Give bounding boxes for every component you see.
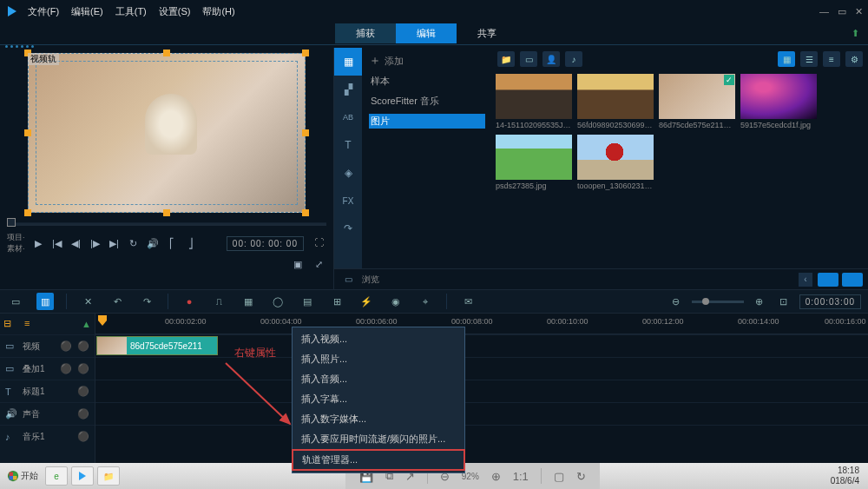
mute-icon[interactable]: ⚫ — [77, 431, 89, 442]
ctx-insert-video[interactable]: 插入视频... — [293, 329, 464, 349]
filter-audio-icon[interactable]: ♪ — [565, 51, 582, 67]
preview-timecode[interactable]: 00: 00: 00: 00 — [227, 236, 304, 251]
track-video[interactable]: 86d75cde575e211 — [95, 334, 868, 357]
motion-icon[interactable]: ◯ — [269, 293, 286, 310]
cloud-icon[interactable]: ⬆ — [852, 28, 859, 39]
resize-handle[interactable] — [163, 50, 170, 56]
zoom-out-icon[interactable]: ⊖ — [667, 293, 685, 310]
subtitle-icon[interactable]: ▤ — [299, 293, 316, 310]
resize-handle[interactable] — [163, 209, 170, 216]
end-button[interactable]: ▶| — [107, 235, 122, 251]
taskbar-ie-icon[interactable]: e — [45, 466, 68, 486]
visibility-icon[interactable]: ⚫ — [77, 363, 89, 374]
ctx-insert-audio[interactable]: 插入音频... — [293, 369, 464, 389]
menu-edit[interactable]: 编辑(E) — [71, 5, 103, 18]
fit-icon[interactable]: ⊡ — [775, 293, 792, 310]
rotate-left-icon[interactable]: ▢ — [554, 470, 564, 483]
menu-help[interactable]: 帮助(H) — [202, 5, 234, 18]
zoom-slider[interactable] — [692, 301, 744, 303]
view-toggle-b[interactable] — [842, 273, 863, 287]
restore-button[interactable]: ▭ — [838, 6, 846, 17]
fullscreen-icon[interactable]: ⤢ — [311, 256, 326, 272]
view-thumb-icon[interactable]: ▦ — [778, 51, 795, 67]
tab-edit[interactable]: 编辑 — [396, 23, 457, 43]
speed-icon[interactable]: ⚡ — [358, 293, 375, 310]
snapshot-icon[interactable]: ▣ — [290, 256, 306, 272]
tools-icon[interactable]: ✕ — [79, 293, 96, 310]
view-list-icon[interactable]: ☰ — [800, 51, 818, 67]
scope-clip[interactable]: 素材· — [7, 243, 25, 254]
actual-size-icon[interactable]: 1:1 — [513, 470, 529, 483]
timeline-timecode[interactable]: 0:00:03:00 — [799, 294, 861, 309]
undo-icon[interactable]: ↶ — [108, 293, 126, 310]
path-tab-icon[interactable]: ↷ — [334, 215, 362, 242]
graphic-tab-icon[interactable]: ◈ — [334, 159, 362, 187]
import-icon[interactable]: 📁 — [497, 51, 515, 67]
ctx-track-manager[interactable]: 轨道管理器... — [292, 449, 465, 471]
filter-video-icon[interactable]: ▭ — [520, 51, 537, 67]
redo-icon[interactable]: ↷ — [138, 293, 155, 310]
track-header-video[interactable]: ▭视频⚫⚫ — [0, 334, 95, 357]
zoomin-icon[interactable]: ⊕ — [491, 470, 501, 483]
ctx-insert-timelapse[interactable]: 插入要应用时间流逝/频闪的照片... — [293, 429, 464, 449]
media-thumb[interactable]: 14-151102095535JK.jpg — [496, 74, 572, 129]
track-header-sound[interactable]: 🔊声音⚫ — [0, 402, 95, 425]
track-header-music[interactable]: ♪音乐1⚫ — [0, 425, 95, 447]
mute-icon[interactable]: ⚫ — [60, 363, 72, 374]
loop-button[interactable]: ↻ — [126, 235, 141, 251]
scope-project[interactable]: 项目· — [7, 232, 25, 243]
resize-handle[interactable] — [302, 209, 309, 216]
add-folder-button[interactable]: ＋添加 — [369, 53, 485, 69]
tab-share[interactable]: 共享 — [457, 23, 517, 43]
ctx-insert-photo[interactable]: 插入照片... — [293, 349, 464, 369]
resize-handle[interactable] — [24, 209, 31, 216]
taskbar-explorer-icon[interactable]: 📁 — [97, 466, 120, 486]
tracking-icon[interactable]: ⌖ — [417, 293, 434, 310]
mute-icon[interactable]: ⚫ — [77, 408, 89, 420]
track-overlay[interactable] — [95, 357, 868, 380]
scroll-left-icon[interactable]: ‹ — [799, 273, 812, 287]
ctx-insert-subtitle[interactable]: 插入字幕... — [293, 389, 464, 409]
media-thumb[interactable]: tooopen_13060231.jpg — [577, 135, 654, 190]
resize-handle[interactable] — [302, 50, 309, 56]
tree-item-selected[interactable]: 图片 — [369, 114, 485, 129]
media-thumb[interactable]: psds27385.jpg — [496, 135, 572, 190]
taskbar-clock[interactable]: 18:18 018/6/4 — [825, 466, 865, 486]
rotate-right-icon[interactable]: ↻ — [576, 470, 586, 483]
transition-tab-icon[interactable]: ▞ — [334, 76, 362, 103]
track-menu-icon[interactable]: ≡ — [24, 318, 40, 330]
filter-image-icon[interactable]: 👤 — [542, 51, 560, 67]
sort-icon[interactable]: ≡ — [823, 51, 840, 67]
menu-settings[interactable]: 设置(S) — [159, 5, 191, 18]
multi-view-icon[interactable]: ⊞ — [328, 293, 345, 310]
record-icon[interactable]: ● — [181, 293, 198, 310]
preview-scrubber[interactable] — [7, 220, 326, 228]
expand-icon[interactable]: ⛶ — [314, 237, 326, 249]
track-title[interactable] — [95, 380, 868, 402]
tree-item[interactable]: 样本 — [369, 74, 485, 89]
tab-capture[interactable]: 捕获 — [335, 23, 396, 43]
volume-button[interactable]: 🔊 — [145, 235, 161, 251]
timeline-ruler[interactable]: 00:00:02:00 00:00:04:00 00:00:06:00 00:0… — [95, 314, 868, 334]
mask-icon[interactable]: ◉ — [387, 293, 404, 310]
resize-handle[interactable] — [24, 129, 31, 136]
view-toggle-a[interactable] — [818, 273, 838, 287]
mute-icon[interactable]: ⚫ — [60, 340, 72, 352]
tree-item[interactable]: ScoreFitter 音乐 — [369, 94, 485, 109]
media-thumb[interactable]: 59157e5cedcd1f.jpg — [740, 74, 817, 129]
fx-tab-icon[interactable]: FX — [334, 187, 362, 215]
track-header-title[interactable]: T标题1⚫ — [0, 380, 95, 402]
taskbar-app-icon[interactable] — [71, 466, 94, 486]
preview-canvas[interactable]: 视频轨 — [28, 53, 306, 213]
media-tab-icon[interactable]: ▦ — [334, 48, 362, 76]
home-button[interactable]: |◀ — [49, 235, 65, 251]
collapse-tree-icon[interactable]: ▭ — [339, 273, 357, 287]
title-tab-icon[interactable]: AB — [334, 103, 362, 131]
media-thumb[interactable]: ✓86d75cde575e211d5... — [659, 74, 735, 129]
timeline-view-icon[interactable]: ▥ — [36, 293, 54, 310]
resize-handle[interactable] — [302, 129, 309, 136]
options-icon[interactable]: ⚙ — [845, 51, 863, 67]
text-tab-icon[interactable]: T — [334, 131, 362, 159]
ctx-insert-digital[interactable]: 插入数字媒体... — [293, 409, 464, 429]
timeline-body[interactable]: 00:00:02:00 00:00:04:00 00:00:06:00 00:0… — [95, 314, 868, 466]
